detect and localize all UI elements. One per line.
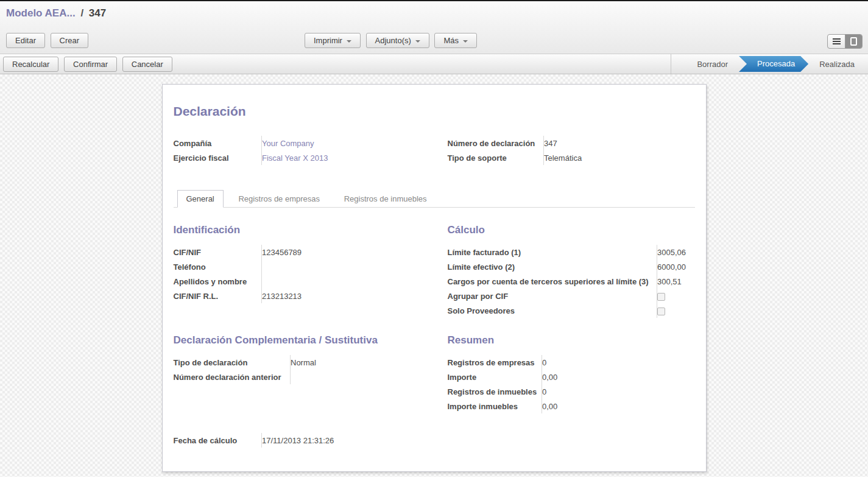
form-view-button[interactable] — [845, 35, 862, 48]
field-row-importe: Importe 0,00 — [448, 370, 558, 384]
control-panel: Modelo AEA... / 347 Editar Crear Imprimi… — [0, 1, 868, 54]
company-label: Compañía — [174, 136, 262, 150]
identification-title: Identificación — [174, 224, 448, 236]
breadcrumb-model-link[interactable]: Modelo AEA... — [6, 7, 76, 19]
complementary-fields: Tipo de declaración Normal Número declar… — [174, 355, 316, 384]
fiscal-year-value-link[interactable]: Fiscal Year X 2013 — [262, 153, 328, 163]
calculation-fields: Límite facturado (1) 3005,06 Límite efec… — [448, 245, 686, 318]
create-button[interactable]: Crear — [51, 33, 89, 48]
identification-section: Identificación CIF/NIF 123456789 Teléfon… — [174, 208, 448, 318]
field-row-support-type: Tipo de soporte Telemática — [448, 150, 695, 165]
confirm-button[interactable]: Confirmar — [64, 57, 117, 72]
field-row-solo-proveedores: Solo Proveedores — [448, 303, 686, 318]
importe-value: 0,00 — [542, 370, 558, 384]
fecha-calculo-label: Fecha de cálculo — [174, 433, 262, 448]
statusbar: Recalcular Confirmar Cancelar Borrador P… — [0, 54, 868, 74]
list-view-button[interactable] — [828, 35, 845, 48]
calculation-section: Cálculo Límite facturado (1) 3005,06 Lím… — [448, 208, 695, 318]
calc-date-section: Fecha de cálculo 17/11/2013 21:31:26 — [174, 433, 695, 448]
solo-proveedores-label: Solo Proveedores — [448, 303, 657, 318]
print-button[interactable]: Imprimir — [305, 33, 361, 48]
header-right-group: Número de declaración 347 Tipo de soport… — [448, 136, 695, 165]
toolbar-left: Editar Crear — [6, 33, 91, 48]
identification-fields: CIF/NIF 123456789 Teléfono Apellidos y n… — [174, 245, 302, 303]
tipo-declaracion-value: Normal — [291, 355, 316, 370]
attachments-button[interactable]: Adjunto(s) — [366, 33, 429, 48]
form-icon — [850, 37, 857, 46]
form-sheet: Declaración Compañía Your Company Ejerci… — [162, 84, 707, 472]
notebook-tabs: General Registros de empresas Registros … — [174, 189, 695, 208]
company-value-link[interactable]: Your Company — [262, 139, 314, 148]
tab-registros-inmuebles[interactable]: Registros de inmuebles — [335, 190, 436, 208]
more-button-label: Más — [443, 36, 459, 45]
field-row-cargos-terceros: Cargos por cuenta de terceros superiores… — [448, 274, 686, 289]
calculation-title: Cálculo — [448, 224, 695, 236]
agrupar-cif-label: Agrupar por CIF — [448, 289, 657, 303]
calc-date-fields: Fecha de cálculo 17/11/2013 21:31:26 — [174, 433, 334, 448]
tab-general[interactable]: General — [177, 190, 224, 208]
field-row-limite-facturado: Límite facturado (1) 3005,06 — [448, 245, 686, 259]
telefono-label: Teléfono — [174, 259, 262, 274]
summary-section: Resumen Registros de empresas 0 Importe … — [448, 318, 695, 413]
breadcrumb-separator: / — [78, 7, 86, 19]
tab-general-content-row1: Identificación CIF/NIF 123456789 Teléfon… — [174, 208, 695, 318]
summary-fields: Registros de empresas 0 Importe 0,00 Reg… — [448, 355, 558, 413]
breadcrumb: Modelo AEA... / 347 — [0, 1, 868, 19]
field-row-importe-inmuebles: Importe inmuebles 0,00 — [448, 399, 558, 413]
tab-general-content-row2: Declaración Complementaria / Sustitutiva… — [174, 318, 695, 413]
limite-facturado-value: 3005,06 — [657, 245, 686, 259]
caret-down-icon — [463, 40, 468, 43]
apellidos-value — [262, 274, 302, 289]
agrupar-cif-checkbox[interactable] — [657, 293, 665, 301]
statusbar-buttons: Recalcular Confirmar Cancelar — [3, 57, 175, 72]
statusbar-states: Borrador Procesada Realizada — [671, 54, 864, 74]
solo-proveedores-checkbox[interactable] — [657, 308, 665, 315]
registros-inmuebles-value: 0 — [542, 384, 558, 399]
more-button[interactable]: Más — [434, 33, 477, 48]
state-borrador: Borrador — [687, 60, 738, 69]
attachments-button-label: Adjunto(s) — [375, 36, 411, 45]
complementary-section: Declaración Complementaria / Sustitutiva… — [174, 318, 448, 413]
limite-efectivo-label: Límite efectivo (2) — [448, 259, 657, 274]
field-row-limite-efectivo: Límite efectivo (2) 6000,00 — [448, 259, 686, 274]
telefono-value — [262, 259, 302, 274]
cif-nif-label: CIF/NIF — [174, 245, 262, 259]
print-button-label: Imprimir — [314, 36, 342, 45]
tab-registros-empresas[interactable]: Registros de empresas — [229, 190, 329, 208]
registros-empresas-value: 0 — [542, 355, 558, 370]
numero-anterior-value — [291, 370, 316, 384]
breadcrumb-record: 347 — [89, 7, 106, 19]
header-left-group: Compañía Your Company Ejercicio fiscal F… — [174, 136, 448, 165]
caret-down-icon — [347, 40, 351, 43]
registros-empresas-label: Registros de empresas — [448, 355, 542, 370]
cancel-button[interactable]: Cancelar — [122, 57, 172, 72]
importe-inmuebles-value: 0,00 — [542, 399, 558, 413]
cif-nif-value: 123456789 — [262, 245, 302, 259]
field-row-numero-anterior: Número declaración anterior — [174, 370, 316, 384]
field-row-fiscal-year: Ejercicio fiscal Fiscal Year X 2013 — [174, 150, 448, 165]
apellidos-label: Apellidos y nombre — [174, 274, 262, 289]
complementary-title: Declaración Complementaria / Sustitutiva — [174, 334, 448, 346]
field-row-agrupar-cif: Agrupar por CIF — [448, 289, 686, 303]
importe-label: Importe — [448, 370, 542, 384]
cif-nif-rl-value: 213213213 — [262, 289, 302, 303]
registros-inmuebles-label: Registros de inmuebles — [448, 384, 542, 399]
recalculate-button[interactable]: Recalcular — [3, 57, 58, 72]
header-field-groups: Compañía Your Company Ejercicio fiscal F… — [174, 136, 695, 165]
edit-button[interactable]: Editar — [6, 33, 45, 48]
field-row-registros-inmuebles: Registros de inmuebles 0 — [448, 384, 558, 399]
support-type-label: Tipo de soporte — [448, 150, 544, 165]
cargos-terceros-label: Cargos por cuenta de terceros superiores… — [448, 274, 657, 289]
limite-facturado-label: Límite facturado (1) — [448, 245, 657, 259]
field-row-company: Compañía Your Company — [174, 136, 448, 150]
tipo-declaracion-label: Tipo de declaración — [174, 355, 291, 370]
form-view-background: Declaración Compañía Your Company Ejerci… — [0, 74, 868, 477]
field-row-declaration-number: Número de declaración 347 — [448, 136, 695, 150]
field-row-apellidos: Apellidos y nombre — [174, 274, 302, 289]
form-title: Declaración — [174, 104, 695, 119]
fecha-calculo-value: 17/11/2013 21:31:26 — [262, 433, 334, 448]
cif-nif-rl-label: CIF/NIF R.L. — [174, 289, 262, 303]
support-type-value: Telemática — [544, 150, 695, 165]
numero-anterior-label: Número declaración anterior — [174, 370, 291, 384]
caret-down-icon — [415, 40, 420, 43]
